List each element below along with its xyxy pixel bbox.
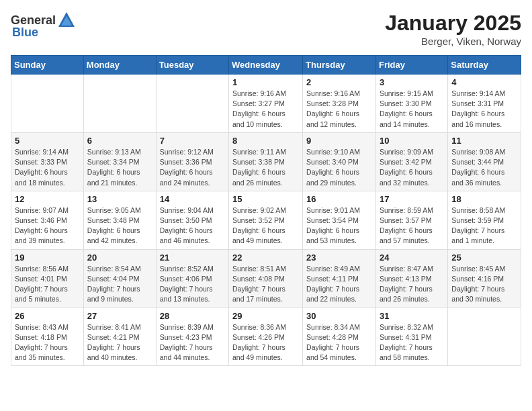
day-info: Sunrise: 9:10 AM Sunset: 3:40 PM Dayligh…	[306, 147, 372, 188]
day-info: Sunrise: 8:51 AM Sunset: 4:08 PM Dayligh…	[232, 264, 299, 305]
day-number: 11	[451, 136, 517, 146]
day-number: 5	[15, 136, 80, 146]
day-info: Sunrise: 9:16 AM Sunset: 3:28 PM Dayligh…	[306, 89, 372, 130]
calendar-week-row: 5Sunrise: 9:14 AM Sunset: 3:33 PM Daylig…	[11, 132, 521, 191]
calendar-day-cell: 27Sunrise: 8:41 AM Sunset: 4:21 PM Dayli…	[83, 308, 156, 366]
calendar-day-cell: 28Sunrise: 8:39 AM Sunset: 4:23 PM Dayli…	[156, 308, 228, 366]
day-info: Sunrise: 9:04 AM Sunset: 3:50 PM Dayligh…	[160, 205, 225, 246]
day-number: 21	[160, 253, 225, 263]
calendar-day-cell: 4Sunrise: 9:14 AM Sunset: 3:31 PM Daylig…	[448, 75, 521, 133]
day-number: 8	[232, 136, 299, 146]
day-number: 29	[232, 311, 299, 321]
day-info: Sunrise: 8:45 AM Sunset: 4:16 PM Dayligh…	[451, 264, 517, 305]
day-info: Sunrise: 8:34 AM Sunset: 4:28 PM Dayligh…	[306, 322, 372, 363]
day-info: Sunrise: 8:41 AM Sunset: 4:21 PM Dayligh…	[87, 322, 152, 363]
day-info: Sunrise: 9:09 AM Sunset: 3:42 PM Dayligh…	[380, 147, 444, 188]
day-number: 12	[15, 194, 80, 204]
page-header: General Blue January 2025 Berger, Viken,…	[11, 11, 521, 47]
day-info: Sunrise: 8:58 AM Sunset: 3:59 PM Dayligh…	[451, 205, 517, 246]
calendar-day-cell: 25Sunrise: 8:45 AM Sunset: 4:16 PM Dayli…	[448, 249, 521, 308]
day-info: Sunrise: 9:07 AM Sunset: 3:46 PM Dayligh…	[15, 205, 80, 246]
day-number: 1	[232, 77, 299, 87]
day-number: 3	[380, 77, 444, 87]
calendar-day-cell: 17Sunrise: 8:59 AM Sunset: 3:57 PM Dayli…	[375, 191, 447, 249]
calendar-day-cell: 15Sunrise: 9:02 AM Sunset: 3:52 PM Dayli…	[229, 191, 303, 249]
day-number: 16	[306, 194, 372, 204]
day-info: Sunrise: 9:14 AM Sunset: 3:33 PM Dayligh…	[15, 147, 80, 188]
calendar-day-cell: 1Sunrise: 9:16 AM Sunset: 3:27 PM Daylig…	[229, 75, 303, 133]
calendar-day-cell: 14Sunrise: 9:04 AM Sunset: 3:50 PM Dayli…	[156, 191, 228, 249]
day-of-week-header: Monday	[83, 56, 156, 75]
calendar-day-cell: 19Sunrise: 8:56 AM Sunset: 4:01 PM Dayli…	[11, 249, 84, 308]
calendar-day-cell: 3Sunrise: 9:15 AM Sunset: 3:30 PM Daylig…	[375, 75, 447, 133]
day-number: 14	[160, 194, 225, 204]
day-of-week-header: Thursday	[303, 56, 376, 75]
day-info: Sunrise: 8:43 AM Sunset: 4:18 PM Dayligh…	[15, 322, 80, 363]
day-number: 23	[306, 253, 372, 263]
day-number: 17	[380, 194, 444, 204]
day-info: Sunrise: 8:54 AM Sunset: 4:04 PM Dayligh…	[87, 264, 152, 305]
calendar-day-cell: 18Sunrise: 8:58 AM Sunset: 3:59 PM Dayli…	[448, 191, 521, 249]
day-number: 6	[87, 136, 152, 146]
calendar-day-cell: 7Sunrise: 9:12 AM Sunset: 3:36 PM Daylig…	[156, 132, 228, 191]
calendar-table: SundayMondayTuesdayWednesdayThursdayFrid…	[11, 55, 521, 366]
calendar-header-row: SundayMondayTuesdayWednesdayThursdayFrid…	[11, 56, 521, 75]
day-info: Sunrise: 9:05 AM Sunset: 3:48 PM Dayligh…	[87, 205, 152, 246]
calendar-day-cell: 11Sunrise: 9:08 AM Sunset: 3:44 PM Dayli…	[448, 132, 521, 191]
day-number: 18	[451, 194, 517, 204]
calendar-day-cell: 31Sunrise: 8:32 AM Sunset: 4:31 PM Dayli…	[375, 308, 447, 366]
calendar-day-cell: 9Sunrise: 9:10 AM Sunset: 3:40 PM Daylig…	[303, 132, 376, 191]
day-info: Sunrise: 9:12 AM Sunset: 3:36 PM Dayligh…	[160, 147, 225, 188]
day-number: 9	[306, 136, 372, 146]
day-of-week-header: Sunday	[11, 56, 84, 75]
day-of-week-header: Friday	[375, 56, 447, 75]
calendar-week-row: 19Sunrise: 8:56 AM Sunset: 4:01 PM Dayli…	[11, 249, 521, 308]
day-number: 2	[306, 77, 372, 87]
day-info: Sunrise: 8:49 AM Sunset: 4:11 PM Dayligh…	[306, 264, 372, 305]
calendar-day-cell: 30Sunrise: 8:34 AM Sunset: 4:28 PM Dayli…	[303, 308, 376, 366]
day-number: 20	[87, 253, 152, 263]
logo-blue: Blue	[12, 26, 38, 40]
calendar-day-cell	[11, 75, 84, 133]
day-info: Sunrise: 8:59 AM Sunset: 3:57 PM Dayligh…	[380, 205, 444, 246]
calendar-day-cell	[448, 308, 521, 366]
calendar-day-cell: 22Sunrise: 8:51 AM Sunset: 4:08 PM Dayli…	[229, 249, 303, 308]
calendar-day-cell	[156, 75, 228, 133]
day-of-week-header: Saturday	[448, 56, 521, 75]
calendar-day-cell	[83, 75, 156, 133]
day-number: 31	[380, 311, 444, 321]
logo: General Blue	[11, 11, 76, 40]
calendar-day-cell: 13Sunrise: 9:05 AM Sunset: 3:48 PM Dayli…	[83, 191, 156, 249]
day-of-week-header: Wednesday	[229, 56, 303, 75]
calendar-week-row: 12Sunrise: 9:07 AM Sunset: 3:46 PM Dayli…	[11, 191, 521, 249]
day-info: Sunrise: 9:11 AM Sunset: 3:38 PM Dayligh…	[232, 147, 299, 188]
logo-icon	[57, 11, 76, 30]
calendar-day-cell: 10Sunrise: 9:09 AM Sunset: 3:42 PM Dayli…	[375, 132, 447, 191]
title-block: January 2025 Berger, Viken, Norway	[385, 11, 521, 47]
day-info: Sunrise: 9:13 AM Sunset: 3:34 PM Dayligh…	[87, 147, 152, 188]
day-info: Sunrise: 8:39 AM Sunset: 4:23 PM Dayligh…	[160, 322, 225, 363]
day-info: Sunrise: 8:56 AM Sunset: 4:01 PM Dayligh…	[15, 264, 80, 305]
day-info: Sunrise: 8:32 AM Sunset: 4:31 PM Dayligh…	[380, 322, 444, 363]
location-title: Berger, Viken, Norway	[385, 36, 521, 47]
day-number: 15	[232, 194, 299, 204]
day-info: Sunrise: 9:01 AM Sunset: 3:54 PM Dayligh…	[306, 205, 372, 246]
day-info: Sunrise: 9:08 AM Sunset: 3:44 PM Dayligh…	[451, 147, 517, 188]
calendar-day-cell: 16Sunrise: 9:01 AM Sunset: 3:54 PM Dayli…	[303, 191, 376, 249]
month-title: January 2025	[385, 11, 521, 36]
day-number: 19	[15, 253, 80, 263]
calendar-day-cell: 2Sunrise: 9:16 AM Sunset: 3:28 PM Daylig…	[303, 75, 376, 133]
calendar-day-cell: 20Sunrise: 8:54 AM Sunset: 4:04 PM Dayli…	[83, 249, 156, 308]
calendar-day-cell: 21Sunrise: 8:52 AM Sunset: 4:06 PM Dayli…	[156, 249, 228, 308]
day-number: 22	[232, 253, 299, 263]
calendar-week-row: 26Sunrise: 8:43 AM Sunset: 4:18 PM Dayli…	[11, 308, 521, 366]
day-number: 4	[451, 77, 517, 87]
day-number: 10	[380, 136, 444, 146]
day-number: 24	[380, 253, 444, 263]
day-info: Sunrise: 9:02 AM Sunset: 3:52 PM Dayligh…	[232, 205, 299, 246]
day-number: 26	[15, 311, 80, 321]
calendar-day-cell: 23Sunrise: 8:49 AM Sunset: 4:11 PM Dayli…	[303, 249, 376, 308]
day-info: Sunrise: 8:36 AM Sunset: 4:26 PM Dayligh…	[232, 322, 299, 363]
calendar-day-cell: 12Sunrise: 9:07 AM Sunset: 3:46 PM Dayli…	[11, 191, 84, 249]
day-number: 28	[160, 311, 225, 321]
